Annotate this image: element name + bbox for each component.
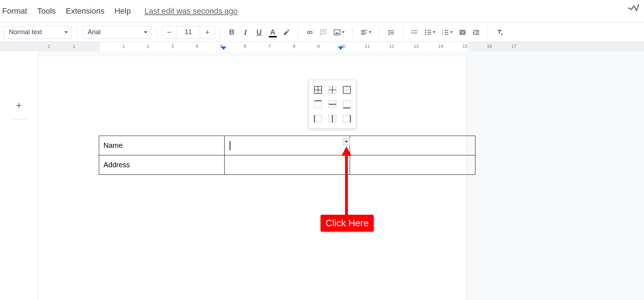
show-outline-button[interactable]: + bbox=[13, 99, 26, 112]
table-cell[interactable]: Address bbox=[99, 155, 225, 175]
indent-increase-icon bbox=[472, 28, 480, 36]
bold-button[interactable]: B bbox=[225, 26, 238, 39]
insert-link-button[interactable] bbox=[303, 26, 316, 39]
menu-format[interactable]: Format bbox=[2, 6, 27, 16]
paragraph-style-label: Normal text bbox=[9, 28, 42, 36]
ruler-number: 1 bbox=[73, 44, 75, 49]
toolbar-divider bbox=[156, 27, 157, 38]
svg-rect-0 bbox=[334, 29, 340, 35]
checklist-icon bbox=[410, 28, 418, 36]
numbered-list-icon: 123 bbox=[441, 28, 449, 36]
bulleted-list-button[interactable] bbox=[422, 26, 438, 39]
indent-decrease-button[interactable] bbox=[456, 26, 469, 39]
chevron-down-icon bbox=[342, 31, 345, 33]
svg-marker-1 bbox=[335, 32, 339, 34]
document-table[interactable]: Name Address bbox=[99, 136, 475, 175]
ruler-number: 2 bbox=[47, 44, 50, 49]
border-top-button[interactable] bbox=[312, 98, 324, 110]
chevron-down-icon bbox=[345, 141, 348, 143]
insert-image-button[interactable] bbox=[331, 26, 347, 39]
clear-formatting-button[interactable] bbox=[493, 26, 506, 39]
ruler-ticks: 2 · 1 · · 1 · 2 · 3 · 4 · 5 · 6 · 7 · 8 … bbox=[0, 42, 644, 51]
border-all-button[interactable] bbox=[312, 84, 324, 96]
indent-decrease-icon bbox=[459, 28, 466, 36]
text-color-button[interactable]: A bbox=[266, 26, 279, 39]
text-cursor bbox=[230, 141, 230, 150]
cell-border-dropdown-handle[interactable] bbox=[343, 138, 350, 145]
table-cell-active[interactable] bbox=[225, 136, 350, 155]
border-top-icon bbox=[314, 100, 322, 109]
left-indent-marker[interactable] bbox=[221, 46, 226, 50]
right-indent-marker[interactable] bbox=[338, 46, 344, 50]
ruler-number: 8 bbox=[293, 44, 295, 49]
ruler-number: 6 bbox=[244, 44, 246, 49]
chevron-down-icon bbox=[144, 31, 147, 33]
table-cell[interactable] bbox=[350, 155, 475, 175]
last-edit-link[interactable]: Last edit was seconds ago bbox=[144, 6, 238, 16]
svg-rect-29 bbox=[343, 115, 350, 122]
table-cell[interactable]: Name bbox=[99, 136, 225, 155]
numbered-list-button[interactable]: 123 bbox=[439, 26, 455, 39]
ruler-number: 1 bbox=[122, 44, 125, 49]
svg-text:3: 3 bbox=[442, 33, 443, 36]
svg-rect-23 bbox=[343, 101, 350, 108]
toolbar-divider bbox=[220, 27, 220, 38]
toolbar-divider bbox=[488, 27, 488, 38]
align-button[interactable] bbox=[358, 26, 374, 39]
border-vertical-button[interactable] bbox=[326, 113, 339, 125]
table-row[interactable]: Address bbox=[99, 155, 475, 175]
svg-rect-25 bbox=[314, 115, 322, 122]
border-left-button[interactable] bbox=[312, 113, 324, 125]
checklist-button[interactable] bbox=[408, 26, 421, 39]
ruler[interactable]: 2 · 1 · · 1 · 2 · 3 · 4 · 5 · 6 · 7 · 8 … bbox=[0, 42, 644, 51]
ruler-number: 9 bbox=[317, 44, 319, 49]
link-icon bbox=[306, 28, 314, 36]
highlight-icon bbox=[282, 28, 290, 36]
border-horizontal-icon bbox=[328, 100, 337, 109]
svg-point-2 bbox=[425, 29, 427, 31]
svg-point-3 bbox=[425, 32, 427, 33]
border-bottom-button[interactable] bbox=[341, 98, 353, 110]
activity-icon[interactable] bbox=[628, 4, 639, 12]
highlight-button[interactable] bbox=[280, 26, 293, 39]
document-page[interactable]: Name Address bbox=[38, 56, 467, 300]
italic-button[interactable]: I bbox=[239, 26, 252, 39]
border-inner-button[interactable] bbox=[326, 84, 339, 96]
chevron-down-icon bbox=[433, 31, 436, 33]
font-size-decrease[interactable]: − bbox=[162, 26, 176, 38]
table-cell[interactable] bbox=[350, 136, 475, 155]
border-inner-icon bbox=[328, 86, 337, 94]
line-spacing-button[interactable] bbox=[385, 26, 397, 39]
menu-tools[interactable]: Tools bbox=[37, 6, 56, 16]
border-all-icon bbox=[314, 86, 322, 94]
border-horizontal-button[interactable] bbox=[326, 98, 339, 110]
chevron-down-icon bbox=[450, 31, 453, 33]
border-vertical-icon bbox=[328, 114, 337, 123]
menu-help[interactable]: Help bbox=[115, 6, 131, 16]
font-size-increase[interactable]: + bbox=[200, 26, 215, 38]
svg-point-4 bbox=[425, 33, 427, 35]
indent-increase-button[interactable] bbox=[470, 26, 483, 39]
font-family-select[interactable]: Arial bbox=[82, 26, 151, 39]
table-cell[interactable] bbox=[225, 155, 350, 175]
font-family-label: Arial bbox=[88, 28, 101, 36]
ruler-number: 13 bbox=[414, 44, 419, 49]
add-comment-button[interactable] bbox=[317, 26, 330, 39]
border-outer-button[interactable] bbox=[341, 84, 353, 96]
toolbar-divider bbox=[402, 27, 403, 38]
toolbar-divider bbox=[77, 27, 77, 38]
border-left-icon bbox=[314, 114, 322, 123]
paragraph-style-select[interactable]: Normal text bbox=[4, 26, 72, 39]
underline-button[interactable]: U bbox=[253, 26, 266, 39]
font-size-value[interactable]: 11 bbox=[176, 26, 200, 38]
annotation-label: Click Here bbox=[321, 215, 374, 232]
table-row[interactable]: Name bbox=[99, 136, 475, 155]
text-color-swatch bbox=[269, 36, 277, 37]
toolbar-divider bbox=[298, 27, 298, 38]
align-left-icon bbox=[360, 28, 368, 36]
border-outer-icon bbox=[342, 86, 351, 94]
border-right-button[interactable] bbox=[341, 113, 353, 125]
ruler-number: 3 bbox=[171, 44, 174, 49]
menu-extensions[interactable]: Extensions bbox=[66, 6, 105, 16]
comment-plus-icon bbox=[319, 28, 327, 36]
